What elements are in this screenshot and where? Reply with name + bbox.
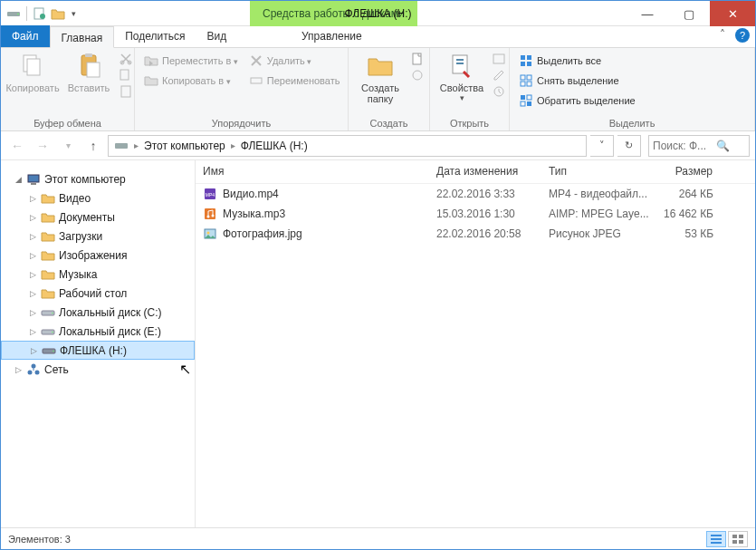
svg-rect-28 — [527, 82, 531, 86]
status-count-label: Элементов: — [8, 534, 62, 545]
open-icon[interactable] — [492, 52, 506, 66]
crumb-current[interactable]: ФЛЕШКА (H:) — [237, 140, 311, 152]
close-button[interactable]: ✕ — [710, 1, 755, 26]
file-type: AIMP: MPEG Laye... — [541, 207, 652, 220]
history-icon[interactable] — [492, 84, 506, 99]
copy-to-button[interactable]: Копировать в — [140, 72, 242, 90]
col-size[interactable]: Размер — [652, 160, 721, 183]
new-item-icon[interactable] — [410, 52, 425, 66]
ribbon-collapse-button[interactable]: ˄ — [715, 28, 730, 43]
tree-item[interactable]: ▷ Изображения — [1, 246, 195, 265]
tree-item-label: Музыка — [59, 268, 97, 281]
file-date: 22.02.2016 3:33 — [429, 188, 541, 200]
nav-up-button[interactable]: ↑ — [82, 135, 104, 157]
svg-rect-17 — [456, 59, 464, 61]
tree-item[interactable]: ▷ ФЛЕШКА (H:) — [1, 341, 195, 360]
col-type[interactable]: Тип — [541, 160, 652, 183]
tree-item[interactable]: ▷ Рабочий стол — [1, 284, 195, 303]
tree-item-label: Локальный диск (C:) — [59, 306, 162, 319]
qat-dropdown[interactable]: ▾ — [69, 9, 78, 18]
delete-button[interactable]: Удалить — [245, 52, 344, 70]
status-bar: Элементов: 3 — [1, 527, 755, 549]
group-organize-label: Упорядочить — [140, 116, 342, 130]
tree-network[interactable]: ▷ Сеть — [1, 360, 195, 379]
maximize-button[interactable]: ▢ — [668, 1, 710, 26]
file-row[interactable]: Фотография.jpg 22.02.2016 20:58 Рисунок … — [196, 224, 755, 244]
tab-manage[interactable]: Управление — [291, 25, 373, 47]
file-name: Фотография.jpg — [223, 227, 302, 240]
nav-back-button[interactable]: ← — [6, 135, 28, 157]
tree-item[interactable]: ▷ Локальный диск (C:) — [1, 303, 195, 322]
properties-label: Свойства — [440, 82, 483, 93]
svg-rect-13 — [251, 78, 262, 83]
file-date: 22.02.2016 20:58 — [429, 227, 541, 240]
svg-point-15 — [413, 71, 422, 80]
svg-point-37 — [52, 312, 53, 313]
svg-rect-47 — [205, 208, 215, 219]
help-button[interactable]: ? — [735, 28, 750, 43]
properties-button[interactable]: Свойства ▾ — [435, 50, 488, 104]
tree-root-computer[interactable]: ◢ Этот компьютер — [1, 169, 195, 188]
tab-share[interactable]: Поделиться — [114, 25, 196, 47]
tab-home[interactable]: Главная — [50, 26, 115, 48]
copy-path-icon[interactable] — [119, 68, 133, 82]
col-date[interactable]: Дата изменения — [429, 160, 541, 183]
invert-selection-button[interactable]: Обратить выделение — [515, 92, 639, 110]
search-input[interactable] — [653, 140, 716, 152]
new-folder-button[interactable]: Создать папку — [354, 50, 407, 106]
svg-rect-52 — [711, 535, 722, 536]
folder-icon — [41, 286, 55, 301]
edit-icon[interactable] — [492, 68, 506, 82]
svg-text:MP4: MP4 — [206, 192, 215, 198]
file-list[interactable]: MP4 Видио.mp4 22.02.2016 3:33 MP4 - виде… — [196, 184, 755, 527]
tree-item[interactable]: ▷ Видео — [1, 188, 195, 207]
easy-access-icon[interactable] — [410, 68, 425, 82]
cut-icon[interactable] — [119, 52, 133, 66]
rename-button[interactable]: Переименовать — [245, 72, 344, 90]
minimize-button[interactable]: — — [627, 1, 668, 26]
tree-item[interactable]: ▷ Музыка — [1, 265, 195, 284]
tree-root-label: Этот компьютер — [44, 173, 126, 186]
computer-icon — [26, 172, 41, 187]
move-to-button[interactable]: Переместить в — [140, 52, 242, 70]
svg-point-39 — [52, 331, 53, 332]
view-icons-button[interactable] — [728, 531, 748, 547]
svg-rect-26 — [527, 75, 531, 80]
refresh-button[interactable]: ↻ — [617, 135, 641, 157]
addr-dropdown-button[interactable]: ˅ — [590, 135, 614, 157]
drive-icon — [6, 6, 21, 21]
folder-icon — [366, 52, 395, 81]
search-box[interactable]: 🔍 — [648, 135, 750, 157]
breadcrumb[interactable]: ▸ Этот компьютер ▸ ФЛЕШКА (H:) — [108, 135, 587, 157]
paste-shortcut-icon[interactable] — [119, 84, 133, 99]
copy-to-label: Копировать в — [162, 75, 231, 86]
copy-button[interactable]: Копировать — [6, 50, 59, 95]
nav-recent-button[interactable]: ▾ — [57, 135, 79, 157]
svg-rect-55 — [732, 535, 737, 538]
file-row[interactable]: MP4 Видио.mp4 22.02.2016 3:33 MP4 - виде… — [196, 184, 755, 204]
qat-newfolder-icon[interactable] — [51, 6, 65, 21]
select-all-button[interactable]: Выделить все — [515, 52, 639, 70]
navigation-pane[interactable]: ◢ Этот компьютер ▷ Видео ▷ Документы ▷ З… — [1, 160, 196, 527]
tab-view[interactable]: Вид — [196, 25, 237, 47]
svg-rect-7 — [85, 53, 92, 57]
select-none-button[interactable]: Снять выделение — [515, 72, 639, 90]
nav-forward-button[interactable]: → — [32, 135, 53, 157]
tree-item[interactable]: ▷ Загрузки — [1, 227, 195, 246]
copy-label: Копировать — [5, 82, 59, 93]
svg-rect-33 — [115, 143, 128, 149]
view-details-button[interactable] — [706, 531, 726, 547]
crumb-root[interactable]: Этот компьютер — [140, 140, 229, 152]
svg-rect-18 — [456, 63, 464, 64]
paste-button[interactable]: Вставить — [62, 50, 115, 95]
tree-item[interactable]: ▷ Документы — [1, 207, 195, 227]
delete-label: Удалить — [267, 55, 312, 66]
col-name[interactable]: Имя — [196, 160, 429, 183]
group-clipboard-label: Буфер обмена — [6, 116, 129, 130]
svg-point-3 — [40, 14, 45, 19]
tab-file[interactable]: Файл — [1, 25, 50, 47]
folder-icon — [41, 210, 55, 225]
qat-properties-icon[interactable] — [33, 6, 47, 21]
file-row[interactable]: Музыка.mp3 15.03.2016 1:30 AIMP: MPEG La… — [196, 204, 755, 224]
tree-item[interactable]: ▷ Локальный диск (E:) — [1, 322, 195, 341]
